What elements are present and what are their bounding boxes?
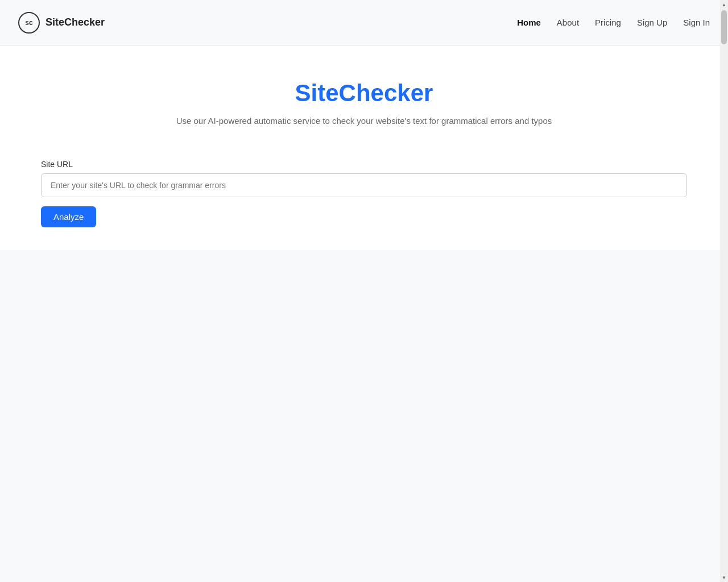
- scrollbar-thumb[interactable]: [721, 10, 727, 44]
- hero-subtitle: Use our AI-powered automatic service to …: [18, 116, 710, 126]
- scrollbar-up-arrow[interactable]: ▲: [720, 0, 728, 9]
- nav-item-home: Home: [517, 18, 541, 28]
- nav-link-home[interactable]: Home: [517, 18, 541, 27]
- brand-logo-icon: sc: [18, 12, 40, 34]
- nav-link-pricing[interactable]: Pricing: [595, 18, 621, 27]
- nav-item-signup: Sign Up: [637, 18, 667, 28]
- nav-item-signin: Sign In: [683, 18, 710, 28]
- url-label: Site URL: [41, 160, 687, 169]
- hero-title: SiteChecker: [18, 80, 710, 107]
- brand-name: SiteChecker: [46, 16, 105, 28]
- nav-link-about[interactable]: About: [557, 18, 579, 27]
- nav-item-pricing: Pricing: [595, 18, 621, 28]
- scrollbar-down-arrow[interactable]: ▼: [720, 573, 728, 582]
- nav-item-about: About: [557, 18, 579, 28]
- nav-link-signup[interactable]: Sign Up: [637, 18, 667, 27]
- scrollbar-track: ▲ ▼: [720, 0, 728, 582]
- url-input[interactable]: [41, 173, 687, 197]
- analyze-button[interactable]: Analyze: [41, 206, 96, 227]
- navbar: sc SiteChecker Home About Pricing Sign U…: [0, 0, 728, 45]
- main-content: SiteChecker Use our AI-powered automatic…: [0, 45, 728, 250]
- brand-logo-link[interactable]: sc SiteChecker: [18, 12, 105, 34]
- form-section: Site URL Analyze: [23, 160, 705, 227]
- brand-logo-text: sc: [25, 19, 32, 27]
- nav-menu: Home About Pricing Sign Up Sign In: [517, 18, 710, 28]
- hero-section: SiteChecker Use our AI-powered automatic…: [18, 80, 710, 126]
- nav-link-signin[interactable]: Sign In: [683, 18, 710, 27]
